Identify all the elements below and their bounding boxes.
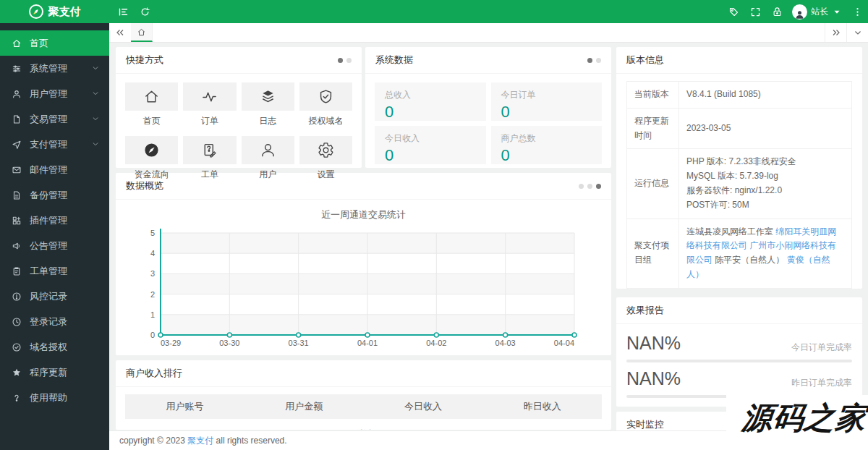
system-data-dot-2[interactable] — [596, 58, 601, 63]
sidebar-item-update[interactable]: 程序更新 — [0, 360, 109, 385]
refresh-icon[interactable] — [134, 0, 156, 23]
version-row: 聚支付项目组连城县凌风网络工作室 绵阳耳关明皿网络科技有限公司 广州市小闹网络科… — [627, 218, 852, 288]
overview-dot-1[interactable] — [579, 184, 584, 189]
sidebar-item-payment[interactable]: 支付管理 — [0, 132, 109, 157]
warning-icon — [12, 292, 22, 302]
sidebar-item-label: 使用帮助 — [30, 391, 67, 404]
stat-value: 0 — [385, 146, 476, 165]
brand[interactable]: 聚支付 — [0, 0, 109, 23]
shortcut-tickets[interactable]: 工单 — [183, 136, 236, 181]
caret-down-icon — [832, 0, 842, 23]
sidebar-item-home[interactable]: 首页 — [0, 30, 109, 56]
shortcut-label: 订单 — [183, 115, 236, 127]
menu-fold-icon[interactable] — [112, 0, 134, 23]
shortcuts-dot-1[interactable] — [338, 58, 343, 63]
sidebar-item-tickets[interactable]: 工单管理 — [0, 258, 109, 284]
ranking-title: 商户收入排行 — [126, 367, 182, 380]
sidebar-item-trade[interactable]: 交易管理 — [0, 106, 109, 132]
sidebar-item-label: 支付管理 — [30, 138, 67, 151]
svg-text:4: 4 — [150, 249, 155, 258]
svg-text:04-02: 04-02 — [426, 339, 446, 347]
sidebar-item-login-log[interactable]: 登录记录 — [0, 309, 109, 334]
sliders-icon — [12, 64, 22, 74]
report-value: NAN% — [626, 368, 681, 389]
sidebar-item-announce[interactable]: 公告管理 — [0, 233, 109, 258]
sidebar-item-label: 风控记录 — [30, 290, 67, 303]
doc-icon — [12, 190, 22, 200]
ranking-card: 商户收入排行 用户账号用户金额今日收入昨日收入 无数据 — [116, 360, 611, 430]
footer-brand-link[interactable]: 聚支付 — [187, 436, 213, 446]
sidebar-item-label: 域名授权 — [30, 341, 67, 354]
overview-dot-3[interactable] — [596, 184, 601, 189]
version-row: 当前版本V8.4.1 (Build 1085) — [627, 82, 852, 109]
watermark: 源码之家 — [726, 395, 868, 441]
report-value: NAN% — [626, 333, 681, 354]
shortcut-users[interactable]: 用户 — [242, 136, 294, 181]
sidebar-item-mail[interactable]: 邮件管理 — [0, 157, 109, 182]
sidebar-item-risk[interactable]: 风控记录 — [0, 284, 109, 309]
svg-text:3: 3 — [150, 269, 155, 278]
home-o-icon — [125, 82, 178, 111]
tab-bar — [109, 23, 868, 43]
sidebar-item-label: 用户管理 — [30, 88, 67, 101]
shortcut-logs[interactable]: 日志 — [242, 82, 294, 127]
sidebar-item-domain-auth[interactable]: 域名授权 — [0, 334, 109, 360]
user-name: 站长 — [811, 6, 828, 18]
user-icon — [12, 89, 22, 99]
stat-label: 今日收入 — [385, 132, 476, 145]
ranking-table: 用户账号用户金额今日收入昨日收入 — [125, 394, 602, 419]
sidebar-item-system[interactable]: 系统管理 — [0, 56, 109, 81]
tab-home[interactable] — [131, 23, 153, 42]
shortcuts-dot-2[interactable] — [346, 58, 352, 63]
chart-title: 近一周通道交易统计 — [116, 200, 611, 221]
lock-icon[interactable] — [766, 0, 788, 23]
check-circle-icon — [12, 342, 22, 352]
shortcut-label: 授权域名 — [299, 115, 352, 127]
sidebar-item-label: 首页 — [30, 37, 48, 50]
shortcut-funds-flow[interactable]: 资金流向 — [125, 136, 178, 181]
shortcut-orders[interactable]: 订单 — [183, 82, 236, 127]
star-icon — [12, 368, 22, 378]
mail-icon — [12, 165, 22, 175]
chevron-down-icon — [92, 88, 99, 99]
version-row: 运行信息PHP 版本: 7.2.33非线程安全MySQL 版本: 5.7.39-… — [627, 149, 852, 218]
collapse-left-icon[interactable] — [109, 23, 131, 42]
expand-right-icon[interactable] — [825, 23, 846, 42]
report-card: 效果报告 NAN%今日订单完成率NAN%昨日订单完成率 — [616, 297, 862, 407]
user-menu[interactable]: 站长 — [788, 0, 846, 23]
svg-text:03-31: 03-31 — [289, 339, 309, 347]
sidebar-item-help[interactable]: 使用帮助 — [0, 385, 109, 410]
shortcut-settings[interactable]: 设置 — [299, 136, 352, 181]
shortcuts-card: 快捷方式 首页订单日志授权域名资金流向工单用户设置 — [116, 47, 362, 168]
svg-text:0: 0 — [150, 331, 155, 339]
more-vertical-icon[interactable] — [846, 0, 868, 23]
home-icon — [12, 38, 22, 48]
chevron-down-icon — [92, 63, 99, 74]
clock-icon — [12, 317, 22, 327]
compass-icon — [125, 136, 178, 164]
fullscreen-icon[interactable] — [744, 0, 766, 23]
stat-label: 总收入 — [385, 89, 476, 101]
chevron-down-icon[interactable] — [846, 23, 868, 42]
sidebar-item-users[interactable]: 用户管理 — [0, 81, 109, 106]
system-data-dot-1[interactable] — [587, 58, 592, 63]
sidebar-item-label: 公告管理 — [30, 239, 67, 252]
sidebar-item-plugins[interactable]: 插件管理 — [0, 208, 109, 233]
report-title: 效果报告 — [626, 304, 664, 317]
sidebar-item-backup[interactable]: 备份管理 — [0, 182, 109, 208]
brand-logo-icon — [29, 4, 43, 19]
main-content: 快捷方式 首页订单日志授权域名资金流向工单用户设置 系统数据 总收入0今日订单0… — [109, 43, 868, 430]
tag-icon[interactable] — [723, 0, 744, 23]
ranking-empty-text: 无数据 — [116, 419, 611, 430]
version-text: 2023-03-05 — [686, 123, 731, 133]
ranking-column-header: 用户金额 — [244, 394, 364, 419]
version-row-label: 当前版本 — [627, 82, 679, 109]
svg-text:5: 5 — [150, 229, 155, 237]
version-text: V8.4.1 (Build 1085) — [686, 89, 761, 99]
shortcut-home[interactable]: 首页 — [125, 82, 178, 127]
stat-value: 0 — [501, 146, 592, 165]
shortcut-auth-domain[interactable]: 授权域名 — [299, 82, 352, 127]
version-text: PHP 版本: 7.2.33非线程安全 — [686, 155, 844, 169]
stat-merchant-count: 商户总数0 — [491, 126, 603, 164]
overview-dot-2[interactable] — [587, 184, 592, 189]
